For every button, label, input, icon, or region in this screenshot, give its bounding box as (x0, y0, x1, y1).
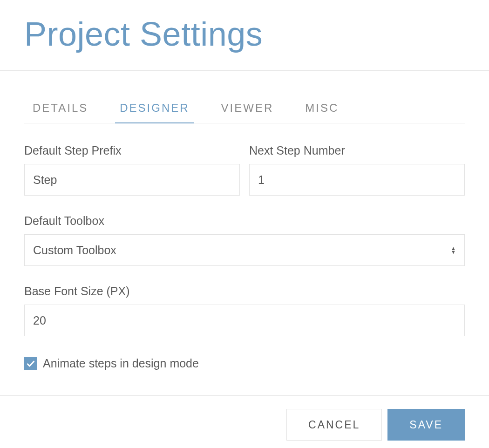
label-base-font-size: Base Font Size (PX) (24, 285, 465, 298)
title-divider (0, 70, 489, 71)
select-arrows-icon: ▲▼ (451, 246, 456, 254)
footer-actions: CANCEL SAVE (0, 396, 489, 441)
tab-misc[interactable]: MISC (305, 99, 339, 123)
tab-details[interactable]: DETAILS (33, 99, 88, 123)
group-base-font-size: Base Font Size (PX) (24, 285, 465, 336)
tab-designer[interactable]: DESIGNER (120, 99, 189, 123)
label-default-toolbox: Default Toolbox (24, 214, 465, 228)
group-default-toolbox: Default Toolbox Custom Toolbox ▲▼ (24, 214, 465, 266)
content-area: DETAILS DESIGNER VIEWER MISC Default Ste… (0, 99, 489, 370)
tab-viewer[interactable]: VIEWER (221, 99, 274, 123)
group-animate-steps: Animate steps in design mode (24, 357, 465, 370)
select-default-toolbox-value: Custom Toolbox (33, 244, 451, 257)
group-next-step-number: Next Step Number (249, 144, 465, 196)
page-title: Project Settings (0, 0, 489, 53)
input-base-font-size[interactable] (24, 305, 465, 336)
label-next-step-number: Next Step Number (249, 144, 465, 157)
group-default-step-prefix: Default Step Prefix (24, 144, 240, 196)
select-default-toolbox[interactable]: Custom Toolbox ▲▼ (24, 234, 465, 266)
label-animate-steps[interactable]: Animate steps in design mode (43, 357, 199, 370)
check-icon (26, 359, 35, 368)
row-prefix-number: Default Step Prefix Next Step Number (24, 144, 465, 196)
save-button[interactable]: SAVE (387, 409, 465, 441)
checkbox-animate-steps[interactable] (24, 357, 37, 370)
cancel-button[interactable]: CANCEL (286, 409, 382, 441)
tabs: DETAILS DESIGNER VIEWER MISC (24, 99, 465, 123)
input-next-step-number[interactable] (249, 164, 465, 196)
label-default-step-prefix: Default Step Prefix (24, 144, 240, 157)
input-default-step-prefix[interactable] (24, 164, 240, 196)
